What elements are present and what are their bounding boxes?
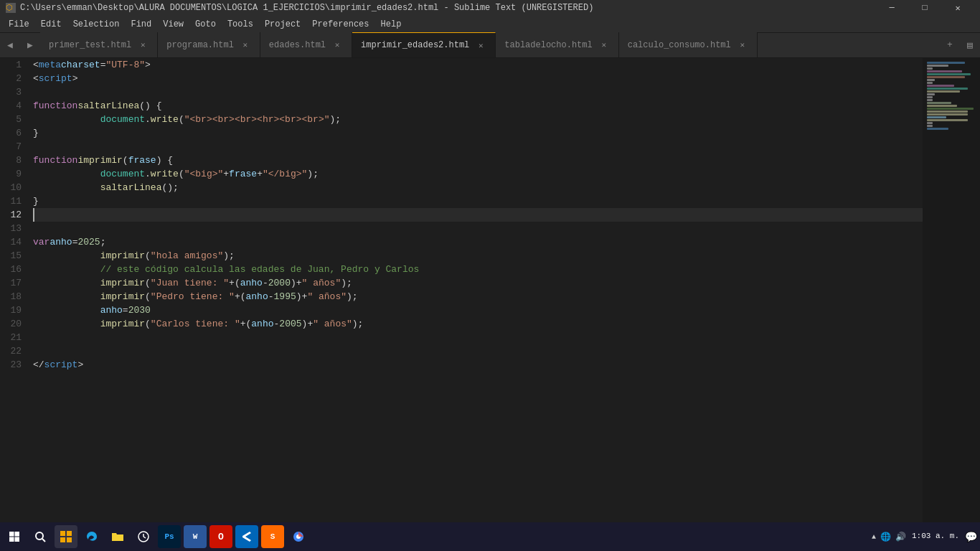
taskbar-app-clock[interactable]	[132, 525, 155, 548]
close-button[interactable]: ✕	[941, 0, 974, 16]
title-bar: ⬡ C:\Users\emman\Desktop\ALURA DOCUMENTO…	[0, 0, 980, 16]
menu-preferences[interactable]: Preferences	[306, 16, 374, 32]
svg-rect-6	[60, 531, 65, 536]
menu-view[interactable]: View	[157, 16, 189, 32]
code-line-9: document.write("<big>"+frase+"</big>");	[33, 167, 923, 181]
code-line-1: <meta charset="UTF-8">	[33, 58, 923, 72]
code-area[interactable]: <meta charset="UTF-8"> <script> function…	[30, 58, 923, 532]
tab-close-primer-test[interactable]: ✕	[137, 39, 149, 51]
tray-volume: 🔊	[895, 532, 906, 542]
line-num-6: 6	[0, 126, 30, 140]
tab-close-tabladelocho[interactable]: ✕	[598, 39, 610, 51]
taskbar-app-folder[interactable]	[106, 525, 129, 548]
line-num-15: 15	[0, 249, 30, 263]
line-num-5: 5	[0, 113, 30, 126]
line-num-18: 18	[0, 290, 30, 303]
clock-time: 1:03 a. m.	[912, 531, 959, 542]
line-num-23: 23	[0, 358, 30, 372]
line-num-22: 22	[0, 344, 30, 358]
tray-icons: ▲ 🌐 🔊	[872, 532, 906, 542]
menu-find[interactable]: Find	[125, 16, 157, 32]
minimize-button[interactable]: ─	[875, 0, 908, 16]
code-line-6: }	[33, 126, 923, 140]
maximize-button[interactable]: □	[908, 0, 941, 16]
code-line-5: document.write("<br><br><br><hr><br><br>…	[33, 113, 923, 126]
code-line-18: imprimir("Pedro tiene: " + (anho-1995) +…	[33, 290, 923, 303]
line-num-12: 12	[0, 208, 30, 222]
tab-label: primer_test.html	[49, 40, 131, 50]
code-line-13	[33, 222, 923, 235]
menu-edit[interactable]: Edit	[35, 16, 67, 32]
tab-bar: ◀ ▶ primer_test.html ✕ programa.html ✕ e…	[0, 33, 980, 58]
svg-rect-9	[67, 537, 72, 542]
menu-help[interactable]: Help	[375, 16, 407, 32]
svg-rect-7	[67, 531, 72, 536]
taskbar-app-edge[interactable]	[80, 525, 103, 548]
tray-network: 🌐	[880, 532, 891, 542]
taskbar-app-vscode[interactable]	[235, 525, 258, 548]
svg-line-12	[143, 537, 146, 538]
search-button[interactable]	[29, 525, 52, 548]
line-num-7: 7	[0, 140, 30, 154]
tab-tabladelocho[interactable]: tabladelocho.html ✕	[496, 32, 618, 57]
start-button[interactable]	[3, 525, 26, 548]
line-num-11: 11	[0, 194, 30, 208]
taskbar-app-ps[interactable]: Ps	[158, 525, 181, 548]
line-num-20: 20	[0, 317, 30, 331]
minimap	[923, 58, 980, 532]
code-line-14: var anho = 2025;	[33, 235, 923, 249]
tab-programa[interactable]: programa.html ✕	[158, 32, 260, 57]
menu-tools[interactable]: Tools	[222, 16, 259, 32]
svg-line-5	[42, 539, 45, 542]
code-line-15: imprimir("hola amigos");	[33, 249, 923, 263]
line-num-10: 10	[0, 181, 30, 194]
line-num-1: 1	[0, 58, 30, 72]
code-line-2: <script>	[33, 72, 923, 85]
taskbar-right: ▲ 🌐 🔊 1:03 a. m. 💬	[872, 531, 977, 543]
notifications-button[interactable]: 💬	[965, 531, 977, 543]
minimap-toggle[interactable]: ▤	[960, 32, 980, 57]
svg-rect-3	[15, 537, 20, 542]
taskbar-app-sublime[interactable]: S	[261, 525, 284, 548]
tab-label: tabladelocho.html	[504, 40, 592, 50]
code-line-23: </script>	[33, 358, 923, 372]
tab-close-edades[interactable]: ✕	[331, 39, 343, 51]
tab-calculo[interactable]: calculo_consumo.html ✕	[619, 32, 758, 57]
menu-file[interactable]: File	[3, 16, 35, 32]
menu-selection[interactable]: Selection	[67, 16, 126, 32]
menu-project[interactable]: Project	[259, 16, 306, 32]
new-tab-button[interactable]: +	[940, 32, 960, 57]
tray-expand[interactable]: ▲	[872, 533, 876, 541]
svg-point-4	[36, 532, 43, 540]
tab-edades[interactable]: edades.html ✕	[260, 32, 352, 57]
tab-close-calculo[interactable]: ✕	[737, 39, 748, 51]
tab-close-imprimir-edades2[interactable]: ✕	[475, 39, 486, 51]
taskbar-app-word[interactable]: W	[184, 525, 207, 548]
line-num-3: 3	[0, 85, 30, 99]
code-line-22	[33, 344, 923, 358]
svg-rect-2	[9, 537, 14, 542]
tab-nav-prev[interactable]: ◀	[0, 32, 20, 57]
taskbar-app-opera[interactable]: O	[209, 525, 232, 548]
code-line-11: }	[33, 194, 923, 208]
tab-label: imprimir_edades2.html	[361, 40, 469, 50]
tab-primer-test[interactable]: primer_test.html ✕	[40, 32, 158, 57]
line-num-16: 16	[0, 263, 30, 276]
code-line-21	[33, 331, 923, 344]
code-line-4: function saltarLinea() {	[33, 99, 923, 113]
tab-imprimir-edades2[interactable]: imprimir_edades2.html ✕	[352, 32, 496, 57]
taskbar-app-chrome[interactable]	[287, 525, 310, 548]
tab-label: programa.html	[166, 40, 234, 50]
line-num-4: 4	[0, 99, 30, 113]
tab-close-programa[interactable]: ✕	[240, 39, 251, 51]
taskbar-app-explorer[interactable]	[55, 525, 77, 548]
line-num-13: 13	[0, 222, 30, 235]
line-num-17: 17	[0, 276, 30, 290]
line-num-21: 21	[0, 331, 30, 344]
clock-display[interactable]: 1:03 a. m.	[912, 531, 959, 542]
code-line-10: saltarLinea();	[33, 181, 923, 194]
tab-label: edades.html	[269, 40, 326, 50]
line-num-2: 2	[0, 72, 30, 85]
tab-nav-next[interactable]: ▶	[20, 32, 40, 57]
menu-goto[interactable]: Goto	[189, 16, 222, 32]
